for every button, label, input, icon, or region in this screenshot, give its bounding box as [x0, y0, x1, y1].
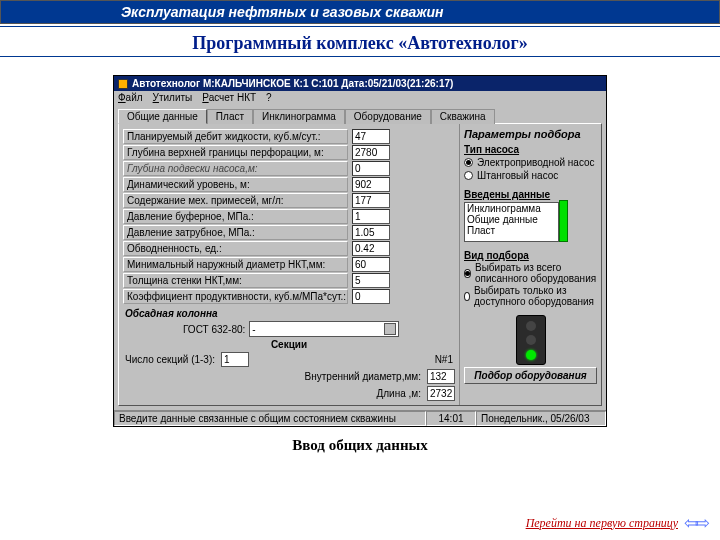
label-pann: Давление затрубное, МПа.:: [123, 225, 348, 240]
input-debit[interactable]: 47: [352, 129, 390, 144]
light-green: [526, 350, 536, 360]
window-title: Автотехнолог М:КАЛЬЧИНСКОЕ К:1 С:101 Дат…: [132, 78, 453, 89]
chevron-down-icon[interactable]: [384, 323, 396, 335]
input-water[interactable]: 0.42: [352, 241, 390, 256]
menubar: Файл Утилиты Расчет НКТ ?: [114, 91, 606, 104]
label-perf: Глубина верхней границы перфорации, м:: [123, 145, 348, 160]
app-icon: [118, 79, 128, 89]
input-nkt-od[interactable]: 60: [352, 257, 390, 272]
app-window: Автотехнолог М:КАЛЬЧИНСКОЕ К:1 С:101 Дат…: [113, 75, 607, 427]
light-yellow: [526, 335, 536, 345]
radio-icon: [464, 158, 473, 167]
radio-icon: [464, 269, 471, 278]
input-nkt-wt[interactable]: 5: [352, 273, 390, 288]
input-pann[interactable]: 1.05: [352, 225, 390, 240]
gost-label: ГОСТ 632-80:: [183, 324, 245, 335]
pump-heading: Тип насоса: [464, 144, 597, 155]
col-n-label: N#1: [433, 354, 455, 365]
input-solids[interactable]: 177: [352, 193, 390, 208]
label-pbuff: Давление буферное, МПа.:: [123, 209, 348, 224]
pick-heading: Вид подбора: [464, 250, 597, 261]
radio-esp[interactable]: Электроприводной насос: [464, 157, 597, 168]
slide-caption: Ввод общих данных: [0, 437, 720, 454]
right-column: Параметры подбора Тип насоса Электроприв…: [459, 124, 601, 405]
select-equipment-button[interactable]: Подбор оборудования: [464, 367, 597, 384]
params-heading: Параметры подбора: [464, 128, 597, 140]
slide-title: Программный комплекс «Автотехнолог»: [0, 27, 720, 56]
progress-bar: [559, 200, 568, 242]
data-heading: Введены данные: [464, 189, 597, 200]
tab-reservoir[interactable]: Пласт: [207, 109, 253, 124]
input-nsec[interactable]: 1: [221, 352, 249, 367]
first-page-link[interactable]: Перейти на первую страницу: [526, 516, 678, 531]
status-msg: Введите данные связанные с общим состоян…: [114, 411, 426, 426]
list-item[interactable]: Пласт: [465, 225, 558, 236]
label-water: Обводненность, ед.:: [123, 241, 348, 256]
tab-panel: Планируемый дебит жидкости, куб.м/сут.:4…: [118, 123, 602, 406]
radio-icon: [464, 171, 473, 180]
input-prod[interactable]: 0: [352, 289, 390, 304]
traffic-light-icon: [516, 315, 546, 365]
menu-util[interactable]: Утилиты: [153, 92, 193, 103]
radio-pick-avail[interactable]: Выбирать только из доступного оборудован…: [464, 286, 597, 307]
label-solids: Содержание мех. примесей, мг/л:: [123, 193, 348, 208]
label-debit: Планируемый дебит жидкости, куб.м/сут.:: [123, 129, 348, 144]
data-listbox[interactable]: Инклинограмма Общие данные Пласт: [464, 202, 559, 242]
radio-icon: [464, 292, 470, 301]
tabstrip: Общие данные Пласт Инклинограмма Оборудо…: [118, 108, 602, 123]
id-label: Внутренний диаметр,мм:: [303, 371, 423, 382]
casing-heading: Обсадная колонна: [125, 308, 455, 319]
menu-calc[interactable]: Расчет НКТ: [202, 92, 256, 103]
statusbar: Введите данные связанные с общим состоян…: [114, 410, 606, 426]
input-dynlvl[interactable]: 902: [352, 177, 390, 192]
label-hangdepth: Глубина подвески насоса,м:: [123, 161, 348, 176]
label-nkt-wt: Толщина стенки НКТ,мм:: [123, 273, 348, 288]
light-red: [526, 321, 536, 331]
menu-help[interactable]: ?: [266, 92, 272, 103]
status-date: Понедельник., 05/26/03: [476, 411, 606, 426]
window-titlebar: Автотехнолог М:КАЛЬЧИНСКОЕ К:1 С:101 Дат…: [114, 76, 606, 91]
input-hangdepth[interactable]: 0: [352, 161, 390, 176]
sections-heading: Секции: [123, 339, 455, 350]
slide-category: Эксплуатация нефтяных и газовых скважин: [0, 0, 720, 24]
nav-arrows-icon[interactable]: ⇦⇨: [684, 512, 706, 534]
menu-file[interactable]: Файл: [118, 92, 143, 103]
tab-well[interactable]: Скважина: [431, 109, 495, 124]
list-item[interactable]: Общие данные: [465, 214, 558, 225]
gost-value: -: [252, 324, 255, 335]
list-item[interactable]: Инклинограмма: [465, 203, 558, 214]
len-label: Длина ,м:: [375, 388, 424, 399]
input-len[interactable]: 2732: [427, 386, 455, 401]
tab-inclinogram[interactable]: Инклинограмма: [253, 109, 345, 124]
input-perf[interactable]: 2780: [352, 145, 390, 160]
left-column: Планируемый дебит жидкости, куб.м/сут.:4…: [119, 124, 459, 405]
input-id[interactable]: 132: [427, 369, 455, 384]
label-nkt-od: Минимальный наружный диаметр НКТ,мм:: [123, 257, 348, 272]
tab-equipment[interactable]: Оборудование: [345, 109, 431, 124]
gost-combo[interactable]: -: [249, 321, 399, 337]
label-prod: Коэффициент продуктивности, куб.м/МПа*су…: [123, 289, 348, 304]
radio-pick-all[interactable]: Выбирать из всего описанного оборудовани…: [464, 263, 597, 284]
nsec-label: Число секций (1-3):: [123, 354, 217, 365]
radio-rod[interactable]: Штанговый насос: [464, 170, 597, 181]
divider: [0, 56, 720, 57]
status-time: 14:01: [426, 411, 476, 426]
label-dynlvl: Динамический уровень, м:: [123, 177, 348, 192]
input-pbuff[interactable]: 1: [352, 209, 390, 224]
tab-general[interactable]: Общие данные: [118, 109, 207, 124]
